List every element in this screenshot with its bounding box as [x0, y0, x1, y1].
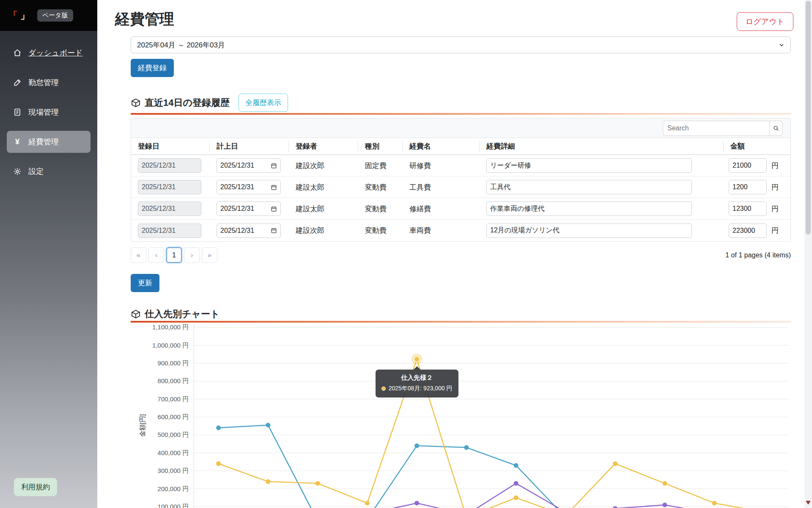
page-title: 経費管理	[115, 9, 174, 29]
sidebar-item-label: 勤怠管理	[28, 77, 59, 88]
pagination-summary: 1 of 1 pages (4 items)	[725, 251, 791, 259]
sidebar-item-label: ダッシュボード	[28, 48, 83, 58]
expense-detail-input[interactable]	[486, 158, 692, 173]
sidebar-item-label: 現場管理	[28, 107, 59, 117]
pagination: « ‹ 1 › »	[131, 247, 217, 263]
type-cell: 変動費	[358, 226, 403, 235]
sidebar-item-site[interactable]: 現場管理	[7, 101, 91, 123]
chart-tooltip: 仕入先様２ 2025年08月: 923,000 円	[376, 370, 458, 398]
next-page-button[interactable]: ›	[184, 247, 200, 263]
booked-date-input[interactable]: 2025/12/31	[217, 180, 281, 194]
logout-button[interactable]: ログアウト	[737, 12, 793, 31]
table-row: 2025/12/31 建設次郎 変動費 車両費 円	[131, 220, 790, 241]
expense-detail-input[interactable]	[486, 202, 692, 216]
registered-date-input	[138, 202, 201, 216]
column-header: 計上日	[210, 141, 289, 152]
history-table: 登録日 計上日 登録者 種別 経費名 経費詳細 金額 2025/12/31 建設…	[131, 118, 791, 242]
expense-name-cell: 修繕費	[403, 204, 480, 214]
logo-open-bracket: 「	[8, 9, 18, 22]
column-header: 経費名	[403, 141, 480, 152]
registered-date-input	[138, 224, 201, 238]
chart-y-axis-title: 金額[円]	[139, 414, 147, 436]
calendar-icon	[271, 163, 277, 169]
registered-date-input	[138, 180, 201, 194]
column-header: 金額	[724, 141, 791, 152]
sidebar-nav: ダッシュボード 勤怠管理 現場管理 ¥ 経費管理	[0, 31, 97, 182]
chart-section-header: 仕入先別チャート	[131, 308, 220, 320]
search-button[interactable]	[769, 121, 782, 136]
last-page-button[interactable]: »	[202, 247, 217, 263]
chart-section-title: 仕入先別チャート	[145, 308, 220, 320]
expense-detail-input[interactable]	[486, 180, 692, 194]
search-group	[663, 121, 782, 136]
currency-unit: 円	[771, 226, 779, 235]
table-row: 2025/12/31 建設太郎 変動費 修繕費 円	[131, 198, 790, 220]
beta-badge: ベータ版	[37, 9, 73, 22]
app-logo[interactable]: 「 」 ベータ版	[0, 0, 97, 31]
type-cell: 変動費	[358, 204, 403, 214]
sidebar-item-expense[interactable]: ¥ 経費管理	[7, 131, 91, 153]
history-section-header: 直近14日の登録履歴 全履歴表示	[131, 94, 288, 112]
calendar-icon	[271, 227, 277, 234]
type-cell: 変動費	[358, 182, 403, 192]
page-1-button[interactable]: 1	[166, 247, 182, 263]
registered-date-input	[138, 158, 201, 173]
chevron-down-icon	[779, 42, 785, 48]
tooltip-series-dot	[381, 387, 386, 391]
expense-name-cell: 工具費	[403, 182, 480, 192]
sidebar-item-label: 設定	[28, 166, 44, 177]
yen-icon: ¥	[13, 137, 22, 146]
package-icon	[131, 98, 141, 108]
package-icon	[131, 309, 141, 319]
table-toolbar	[131, 119, 790, 138]
tooltip-title: 仕入先様２	[381, 374, 453, 382]
expense-name-cell: 研修費	[403, 161, 480, 171]
amount-input[interactable]	[729, 180, 767, 194]
booked-date-input[interactable]: 2025/12/31	[217, 158, 281, 173]
show-all-history-button[interactable]: 全履歴表示	[239, 94, 288, 112]
prev-page-button[interactable]: ‹	[148, 247, 164, 263]
pagination-row: « ‹ 1 › » 1 of 1 pages (4 items)	[131, 247, 791, 263]
scrollbar-thumb[interactable]	[806, 1, 811, 235]
amount-input[interactable]	[729, 158, 767, 173]
sidebar-item-settings[interactable]: 設定	[7, 160, 91, 182]
table-row: 2025/12/31 建設次郎 固定費 研修費 円	[131, 155, 790, 177]
first-page-button[interactable]: «	[131, 247, 146, 263]
table-row: 2025/12/31 建設太郎 変動費 工具費 円	[131, 177, 790, 198]
terms-button[interactable]: 利用規約	[14, 478, 57, 496]
sidebar: 「 」 ベータ版 ダッシュボード 勤怠管理 現場管理	[0, 0, 97, 508]
booked-date-input[interactable]: 2025/12/31	[217, 224, 281, 238]
gear-icon	[13, 167, 22, 176]
column-header: 種別	[358, 141, 403, 152]
expense-detail-input[interactable]	[486, 224, 692, 238]
fiscal-period-select[interactable]: 2025年04月 ～ 2026年03月	[131, 36, 791, 53]
registrant-cell: 建設太郎	[289, 182, 358, 192]
amount-input[interactable]	[729, 202, 767, 216]
sidebar-item-attendance[interactable]: 勤怠管理	[7, 72, 91, 94]
table-header-row: 登録日 計上日 登録者 種別 経費名 経費詳細 金額	[131, 138, 790, 155]
sidebar-item-dashboard[interactable]: ダッシュボード	[7, 42, 91, 64]
amount-input[interactable]	[729, 224, 767, 238]
section-divider	[131, 321, 791, 323]
scroll-down-arrow-icon[interactable]	[806, 501, 811, 505]
tooltip-value: 2025年08月: 923,000 円	[389, 385, 453, 392]
logo-close-bracket: 」	[20, 9, 30, 22]
calendar-icon	[271, 184, 277, 190]
history-section-title: 直近14日の登録履歴	[145, 97, 230, 109]
column-header: 登録日	[131, 141, 210, 152]
currency-unit: 円	[771, 161, 779, 171]
update-button[interactable]: 更新	[131, 274, 159, 292]
expense-management-page: 「 」 ベータ版 ダッシュボード 勤怠管理 現場管理	[0, 0, 812, 508]
section-divider	[131, 113, 791, 115]
currency-unit: 円	[771, 204, 779, 214]
register-expense-button[interactable]: 経費登録	[131, 59, 174, 77]
journal-icon	[13, 108, 22, 117]
calendar-icon	[271, 206, 277, 212]
column-header: 経費詳細	[480, 141, 724, 152]
search-input[interactable]	[663, 121, 769, 136]
type-cell: 固定費	[358, 161, 403, 171]
expense-name-cell: 車両費	[403, 226, 480, 235]
column-header: 登録者	[289, 141, 358, 152]
registrant-cell: 建設次郎	[289, 161, 358, 171]
booked-date-input[interactable]: 2025/12/31	[217, 202, 281, 216]
